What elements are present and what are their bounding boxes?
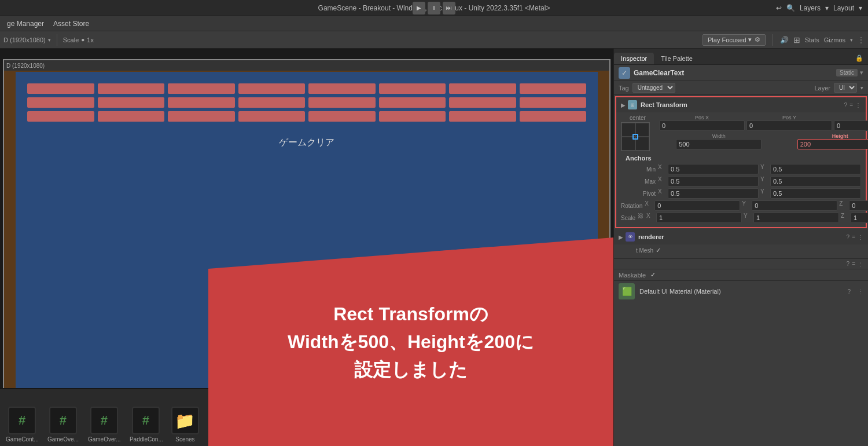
- material-menu-icon[interactable]: ?: [847, 288, 851, 295]
- separator1: [57, 34, 57, 46]
- rotation-row: Rotation X Y Z: [621, 200, 861, 211]
- asset-scenes[interactable]: 📁 Scenes: [171, 407, 199, 443]
- scene-view[interactable]: D (1920x1080): [0, 49, 613, 446]
- menu-package-manager[interactable]: ge Manager: [2, 19, 49, 29]
- mesh-label: t Mesh: [619, 247, 653, 254]
- renderer-preset-icon[interactable]: =: [852, 234, 855, 240]
- brick: [238, 83, 306, 94]
- rect-transform-icon: ⊞: [628, 100, 637, 109]
- brick-row-3: [27, 111, 586, 122]
- kebab-icon[interactable]: ⋮: [858, 36, 865, 44]
- renderer-icon: 👁: [626, 232, 635, 242]
- z-prefix1: Z: [839, 200, 847, 211]
- pivot-x[interactable]: [668, 188, 759, 199]
- extra-preset-icon[interactable]: =: [852, 261, 855, 267]
- grid-icon[interactable]: ⊞: [793, 35, 800, 45]
- play-controls: ▶ ⏸ ⏭: [413, 2, 455, 14]
- extra-menu-icon[interactable]: ⋮: [858, 261, 863, 267]
- brick: [98, 83, 165, 94]
- anchor-max-y[interactable]: [770, 176, 861, 187]
- pivot-y[interactable]: [770, 188, 861, 199]
- anchor-diagram: [621, 122, 650, 151]
- anchor-min-y[interactable]: [770, 164, 861, 174]
- transform-fields: center: [616, 112, 866, 227]
- static-badge[interactable]: Static: [836, 69, 858, 76]
- layer-label: Layer: [814, 85, 830, 92]
- material-settings-icon[interactable]: ⋮: [858, 288, 863, 295]
- material-name[interactable]: Default UI Material (Material): [639, 288, 721, 295]
- rect-transform-header[interactable]: ▶ ⊞ Rect Transform ? = ⋮: [616, 97, 866, 112]
- scale-z[interactable]: [851, 213, 868, 223]
- rotation-fields: X Y Z: [645, 200, 868, 211]
- renderer-menu-icon[interactable]: ⋮: [858, 234, 863, 240]
- asset-gameover[interactable]: # GameOve...: [47, 407, 79, 443]
- rotation-x[interactable]: [654, 200, 740, 211]
- anchor-min-x[interactable]: [668, 164, 759, 174]
- asset-label-gameover: GameOve...: [47, 436, 79, 443]
- brick: [449, 97, 516, 108]
- preset-icon[interactable]: =: [849, 102, 853, 108]
- brick: [520, 111, 587, 122]
- brick: [449, 111, 516, 122]
- brick: [168, 97, 235, 108]
- width-label: Width: [712, 133, 726, 139]
- brick-row-2: [27, 97, 586, 108]
- tab-tile-palette[interactable]: Tile Palette: [654, 53, 700, 64]
- settings-icon[interactable]: ⚙: [755, 36, 760, 43]
- asset-gamecontroller[interactable]: # GameCont...: [6, 407, 38, 443]
- rotation-z[interactable]: [849, 200, 868, 211]
- help-icon[interactable]: ?: [844, 102, 848, 108]
- renderer-help-icon[interactable]: ?: [847, 234, 850, 240]
- tag-select[interactable]: Untagged: [632, 83, 675, 93]
- width-input[interactable]: [676, 139, 762, 149]
- brick: [238, 97, 306, 108]
- maskable-checkmark: ✓: [650, 271, 656, 279]
- scale-fields: ⛓ X Y Z: [638, 213, 868, 223]
- search-icon[interactable]: 🔍: [786, 4, 795, 12]
- extra-help-icon[interactable]: ?: [847, 261, 850, 267]
- play-focused-button[interactable]: Play Focused ▾ ⚙: [703, 34, 766, 46]
- stats-label[interactable]: Stats: [805, 36, 819, 43]
- tab-inspector[interactable]: Inspector: [614, 53, 654, 64]
- brick: [168, 83, 235, 94]
- asset-gameover2[interactable]: # GameOver...: [88, 407, 120, 443]
- maskable-label: Maskable: [619, 272, 646, 279]
- asset-paddlecon[interactable]: # PaddleCon...: [130, 407, 162, 443]
- brick: [308, 97, 376, 108]
- rotation-y[interactable]: [752, 200, 837, 211]
- scale-y[interactable]: [753, 213, 839, 223]
- posx-input[interactable]: [659, 120, 745, 131]
- camera-label: D (1920x1080): [6, 63, 45, 69]
- layer-select[interactable]: UI: [834, 83, 857, 93]
- chevron-down-icon5: ▾: [850, 37, 853, 43]
- object-name[interactable]: GameClearText: [634, 69, 836, 77]
- height-input[interactable]: [797, 139, 868, 149]
- gizmos-label[interactable]: Gizmos: [824, 36, 845, 43]
- layout-dropdown[interactable]: Layout: [833, 4, 854, 12]
- material-row: 🟩 Default UI Material (Material) ? ⋮: [614, 280, 868, 302]
- max-label: Max: [621, 178, 656, 185]
- toolbar: D (1920x1080) ▾ Scale ● 1x Play Focused …: [0, 31, 868, 49]
- play-button[interactable]: ▶: [413, 2, 425, 14]
- renderer-header[interactable]: ▶ 👁 renderer ? = ⋮: [614, 229, 868, 244]
- anchors-section: Anchors: [621, 153, 861, 163]
- brick-row-1: [27, 83, 586, 94]
- scale-x[interactable]: [656, 213, 742, 223]
- menu-asset-store[interactable]: Asset Store: [49, 19, 94, 29]
- y-prefix5: Y: [744, 213, 752, 223]
- history-icon[interactable]: ↩: [776, 4, 782, 12]
- menu-icon[interactable]: ⋮: [855, 102, 861, 108]
- audio-icon[interactable]: 🔊: [780, 36, 789, 44]
- section-icons: ? = ⋮: [844, 102, 861, 108]
- pause-button[interactable]: ⏸: [428, 2, 440, 14]
- layers-dropdown[interactable]: Layers: [800, 4, 821, 12]
- posy-input[interactable]: [746, 120, 832, 131]
- anchor-max-x[interactable]: [668, 176, 759, 187]
- renderer-icons: ? = ⋮: [847, 234, 863, 240]
- lock-icon[interactable]: 🔒: [855, 54, 863, 61]
- brick: [98, 111, 165, 122]
- step-button[interactable]: ⏭: [443, 2, 455, 14]
- y-prefix1: Y: [760, 164, 768, 174]
- posz-input[interactable]: [834, 120, 868, 131]
- brick: [379, 97, 446, 108]
